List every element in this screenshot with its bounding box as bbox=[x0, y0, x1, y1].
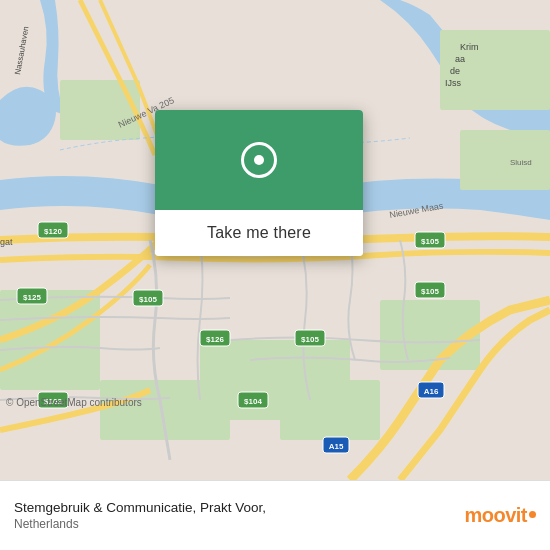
location-pin-icon bbox=[241, 142, 277, 178]
svg-text:$105: $105 bbox=[139, 295, 157, 304]
svg-text:A16: A16 bbox=[424, 387, 439, 396]
svg-text:A15: A15 bbox=[329, 442, 344, 451]
location-info: Stemgebruik & Communicatie, Prakt Voor, … bbox=[14, 500, 266, 531]
svg-text:$105: $105 bbox=[421, 237, 439, 246]
svg-text:Krim: Krim bbox=[460, 42, 479, 52]
svg-text:$120: $120 bbox=[44, 227, 62, 236]
svg-text:$105: $105 bbox=[421, 287, 439, 296]
svg-text:aa: aa bbox=[455, 54, 465, 64]
pin-center bbox=[254, 155, 264, 165]
svg-rect-6 bbox=[60, 80, 140, 140]
svg-text:$126: $126 bbox=[206, 335, 224, 344]
popup-map-preview bbox=[155, 110, 363, 210]
osm-attribution: © OpenStreetMap contributors bbox=[6, 397, 142, 408]
svg-text:$105: $105 bbox=[301, 335, 319, 344]
moovit-logo-text: moovit bbox=[464, 504, 527, 527]
bottom-bar: Stemgebruik & Communicatie, Prakt Voor, … bbox=[0, 480, 550, 550]
svg-rect-8 bbox=[460, 130, 550, 190]
svg-text:$104: $104 bbox=[244, 397, 262, 406]
svg-rect-1 bbox=[0, 290, 100, 390]
svg-text:gat: gat bbox=[0, 237, 13, 247]
svg-text:Sluisd: Sluisd bbox=[510, 158, 532, 167]
svg-rect-5 bbox=[280, 380, 380, 440]
location-country: Netherlands bbox=[14, 517, 266, 531]
map-view[interactable]: $120 $125 $105 $126 $105 $105 $105 $103 … bbox=[0, 0, 550, 480]
svg-text:IJss: IJss bbox=[445, 78, 462, 88]
svg-text:de: de bbox=[450, 66, 460, 76]
take-me-there-button[interactable]: Take me there bbox=[155, 210, 363, 256]
location-popup: Take me there bbox=[155, 110, 363, 256]
svg-text:$125: $125 bbox=[23, 293, 41, 302]
moovit-logo-dot bbox=[529, 511, 536, 518]
moovit-logo: moovit bbox=[464, 504, 536, 527]
location-name: Stemgebruik & Communicatie, Prakt Voor, bbox=[14, 500, 266, 515]
